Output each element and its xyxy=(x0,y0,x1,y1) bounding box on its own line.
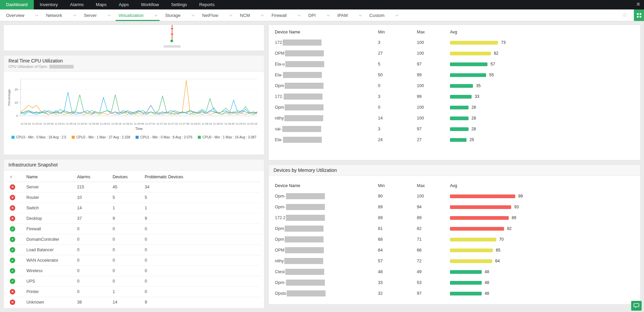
device-name-prefix: Opm xyxy=(275,83,284,88)
table-row-server[interactable]: ✕Server2154534 xyxy=(7,182,261,192)
nav-item-settings[interactable]: Settings xyxy=(165,0,193,9)
tab-server[interactable]: Server xyxy=(80,9,114,21)
device-row[interactable]: Opm-9010099 xyxy=(275,191,634,202)
device-row[interactable]: Opsto329748 xyxy=(275,288,634,299)
devices-count: 0 xyxy=(113,248,145,252)
table-row-load-balancer[interactable]: ✓Load Balancer000 xyxy=(7,245,261,255)
left-column: Real Time CPU Utilization CPU Utilizatio… xyxy=(3,25,264,309)
avg-value: 65 xyxy=(496,248,500,253)
favorite-star-icon[interactable]: ☆ xyxy=(622,12,627,18)
menu-icon[interactable]: ≡ xyxy=(637,0,640,9)
table-row-ups[interactable]: ✓UPS000 xyxy=(7,276,261,287)
chevron-down-icon[interactable] xyxy=(154,13,157,16)
chevron-down-icon[interactable] xyxy=(261,13,264,16)
nav-item-apps[interactable]: Apps xyxy=(113,0,135,9)
chevron-down-icon[interactable] xyxy=(396,13,398,16)
device-row[interactable]: Opm818282 xyxy=(275,223,634,234)
chevron-down-icon[interactable] xyxy=(229,13,232,16)
table-row-router[interactable]: ✕Router1055 xyxy=(7,192,261,203)
alarms-count: 0 xyxy=(77,248,113,252)
device-row[interactable]: 172.39933 xyxy=(275,91,634,102)
avg-bar xyxy=(450,73,486,77)
chevron-down-icon[interactable] xyxy=(327,13,329,16)
nav-item-inventory[interactable]: Inventory xyxy=(34,0,64,9)
status-critical-icon: ✕ xyxy=(10,205,15,211)
grid-icon xyxy=(637,13,641,18)
nav-item-dashboard[interactable]: Dashboard xyxy=(0,0,34,9)
avg-value: 70 xyxy=(499,237,504,242)
device-row[interactable]: OPM2710062 xyxy=(275,48,634,59)
category-name: Load Balancer xyxy=(26,248,77,252)
avg-bar xyxy=(450,62,487,66)
dashboard-content: Real Time CPU Utilization CPU Utilizatio… xyxy=(0,21,644,312)
tab-ncm[interactable]: NCM xyxy=(236,9,268,21)
nav-item-maps[interactable]: Maps xyxy=(90,0,113,9)
x-tick-label: 11:28:16 xyxy=(202,122,212,125)
column-header-alarms: Alarms xyxy=(77,175,113,179)
min-value: 5 xyxy=(378,62,417,67)
tab-storage[interactable]: Storage xyxy=(161,9,198,21)
device-row[interactable]: 172.2898989 xyxy=(275,212,634,223)
device-row[interactable]: Ela-u59757 xyxy=(275,59,634,70)
nav-item-alarms[interactable]: Alarms xyxy=(64,0,90,9)
table-row-printer[interactable]: ✕Printer010 xyxy=(7,287,261,297)
avg-value: 28 xyxy=(472,116,476,121)
sort-icon[interactable]: ≡ xyxy=(7,175,26,179)
alarms-count: 0 xyxy=(77,279,113,284)
tab-ipam[interactable]: IPAM xyxy=(333,9,365,21)
tab-firewall[interactable]: Firewall xyxy=(267,9,304,21)
chevron-down-icon[interactable] xyxy=(35,13,38,16)
device-row[interactable]: OPM646665 xyxy=(275,245,634,256)
table-row-switch[interactable]: ✕Switch1411 xyxy=(7,203,261,213)
chevron-down-icon[interactable] xyxy=(359,13,361,16)
device-row[interactable]: Opm-335348 xyxy=(275,277,634,288)
device-row[interactable]: Opm010028 xyxy=(275,102,634,113)
avg-bar xyxy=(450,216,509,220)
redacted-device-name xyxy=(285,83,324,89)
feedback-fab-button[interactable] xyxy=(631,301,642,311)
add-widget-button[interactable] xyxy=(634,9,644,21)
tab-netflow[interactable]: NetFlow xyxy=(198,9,236,21)
table-row-desktop[interactable]: ✕Desktop3799 xyxy=(7,213,261,224)
device-row[interactable]: Opm-899493 xyxy=(275,202,634,212)
chevron-down-icon[interactable] xyxy=(298,13,301,16)
device-name-prefix: 172. xyxy=(275,94,283,99)
infrastructure-table: ≡NameAlarmsDevicesProblematic Devices✕Se… xyxy=(4,171,264,308)
redacted-device-name xyxy=(286,204,325,210)
min-value: 90 xyxy=(378,194,417,199)
chevron-down-icon[interactable] xyxy=(192,13,194,16)
panel-header: Real Time CPU Utilization CPU Utilizatio… xyxy=(4,55,264,72)
tab-virtualization[interactable]: Virtualization xyxy=(114,9,161,21)
tab-network[interactable]: Network xyxy=(42,9,80,21)
table-row-domaincontroller[interactable]: ✓DomainController000 xyxy=(7,234,261,245)
chevron-down-icon[interactable] xyxy=(73,13,76,16)
device-row[interactable]: sai-39728 xyxy=(275,124,634,134)
x-tick-label: 11:29:01 xyxy=(236,122,246,125)
table-row-wan-accelerator[interactable]: ✓WAN Accelerator000 xyxy=(7,255,261,266)
device-row[interactable]: Ela-242725 xyxy=(275,134,634,145)
device-row[interactable]: nithy1410028 xyxy=(275,113,634,124)
devices-count: 14 xyxy=(113,300,145,305)
table-row-wireless[interactable]: ✓Wireless000 xyxy=(7,266,261,276)
tab-dpi[interactable]: DPI xyxy=(304,9,333,21)
problematic-count: 0 xyxy=(145,248,261,252)
x-tick-label: 11:26:31 xyxy=(122,122,133,125)
tab-custom[interactable]: Custom xyxy=(365,9,402,21)
nav-item-reports[interactable]: Reports xyxy=(193,0,221,9)
device-row[interactable]: nithy577264 xyxy=(275,256,634,266)
avg-value: 28 xyxy=(472,105,476,110)
nav-item-workflow[interactable]: Workflow xyxy=(135,0,165,9)
max-value: 89 xyxy=(417,215,450,220)
unreadable-axis-label xyxy=(164,45,181,48)
device-row[interactable]: Ctest484948 xyxy=(275,266,634,277)
device-row[interactable]: Ela-509955 xyxy=(275,70,634,80)
table-row-unknown[interactable]: ✕Unknown38149 xyxy=(7,297,261,308)
device-row[interactable]: Opm687170 xyxy=(275,234,634,245)
device-row[interactable]: 172310073 xyxy=(275,37,634,48)
table-row-firewall[interactable]: ✓Firewall000 xyxy=(7,224,261,234)
devices-count: 0 xyxy=(113,258,145,263)
chevron-down-icon[interactable] xyxy=(108,13,111,16)
tab-overview[interactable]: Overview xyxy=(2,9,42,21)
devices-count: 1 xyxy=(113,289,145,294)
device-row[interactable]: Opm010035 xyxy=(275,80,634,91)
